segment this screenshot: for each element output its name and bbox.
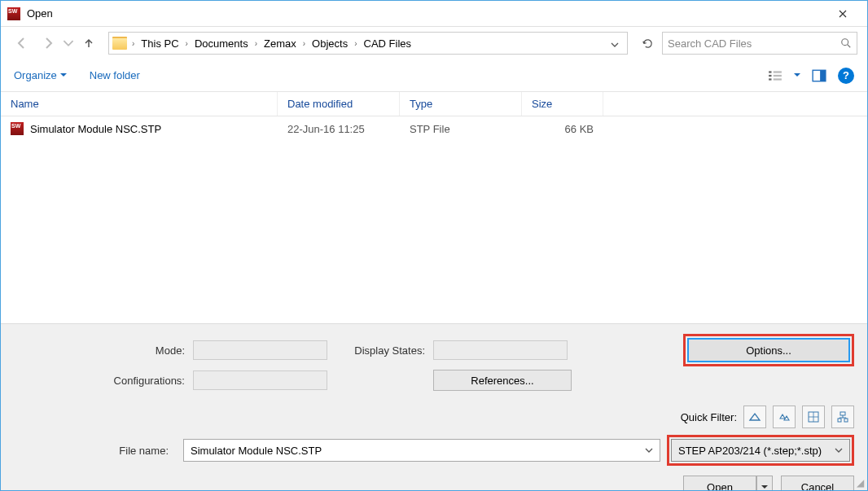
file-icon xyxy=(11,122,24,135)
breadcrumb-item[interactable]: Objects xyxy=(309,37,351,50)
svg-rect-8 xyxy=(820,70,826,81)
chevron-right-icon: › xyxy=(353,39,358,48)
mode-label: Mode: xyxy=(14,344,193,357)
filename-label: File name: xyxy=(14,445,177,457)
refresh-button[interactable] xyxy=(636,32,659,55)
search-input[interactable]: Search CAD Files xyxy=(662,32,857,55)
up-button[interactable] xyxy=(77,32,100,55)
svg-rect-5 xyxy=(769,78,771,80)
displaystates-select xyxy=(433,340,568,360)
svg-rect-3 xyxy=(769,74,771,76)
svg-rect-10 xyxy=(840,412,845,415)
chevron-down-icon[interactable] xyxy=(794,73,800,77)
file-date: 22-Jun-16 11:25 xyxy=(278,123,400,135)
svg-rect-2 xyxy=(774,71,782,72)
preview-pane-button[interactable] xyxy=(812,68,826,83)
navbar: › This PC › Documents › Zemax › Objects … xyxy=(1,27,867,59)
close-button[interactable] xyxy=(824,2,861,26)
filename-input[interactable]: Simulator Module NSC.STP xyxy=(183,439,660,462)
chevron-down-icon[interactable] xyxy=(645,448,653,453)
open-button[interactable]: Open xyxy=(683,476,756,491)
file-list: Simulator Module NSC.STP 22-Jun-16 11:25… xyxy=(1,116,867,296)
quickfilter-toplevel-icon[interactable] xyxy=(831,406,854,428)
filetype-select[interactable]: STEP AP203/214 (*.step;*.stp) xyxy=(671,439,850,462)
svg-rect-6 xyxy=(774,78,782,80)
chevron-down-icon[interactable] xyxy=(606,37,624,50)
col-type[interactable]: Type xyxy=(400,92,522,116)
chevron-down-icon xyxy=(835,448,843,453)
quickfilter-assemblies-icon[interactable] xyxy=(773,406,796,428)
configurations-label: Configurations: xyxy=(14,375,193,387)
file-size: 66 KB xyxy=(522,123,603,135)
breadcrumb-path[interactable]: › This PC › Documents › Zemax › Objects … xyxy=(108,32,628,55)
mode-select xyxy=(193,340,327,360)
breadcrumb-item[interactable]: This PC xyxy=(138,37,182,50)
displaystates-label: Display States: xyxy=(327,344,433,357)
svg-point-0 xyxy=(842,39,848,46)
options-panel: Mode: Display States: Options... Configu… xyxy=(1,323,867,490)
search-icon xyxy=(840,37,852,49)
chevron-right-icon: › xyxy=(130,39,136,48)
chevron-right-icon: › xyxy=(184,39,190,48)
chevron-right-icon: › xyxy=(253,39,259,48)
back-button[interactable] xyxy=(11,32,33,55)
resize-grip-icon[interactable]: ◢ xyxy=(857,477,864,489)
window-title: Open xyxy=(27,7,53,20)
breadcrumb-item[interactable]: CAD Files xyxy=(361,37,415,50)
help-button[interactable]: ? xyxy=(838,68,854,84)
quickfilter-drawings-icon[interactable] xyxy=(802,406,825,428)
svg-rect-1 xyxy=(769,71,771,72)
svg-rect-12 xyxy=(844,419,848,422)
app-icon xyxy=(7,7,20,20)
newfolder-button[interactable]: New folder xyxy=(90,69,140,81)
toolbar: Organize New folder ? xyxy=(1,59,867,92)
breadcrumb-item[interactable]: Documents xyxy=(191,37,252,50)
chevron-right-icon: › xyxy=(301,39,307,48)
open-split-button[interactable] xyxy=(756,476,773,491)
organize-button[interactable]: Organize xyxy=(14,69,67,81)
forward-button[interactable] xyxy=(37,32,59,55)
svg-rect-11 xyxy=(838,419,841,422)
search-placeholder: Search CAD Files xyxy=(668,37,840,50)
view-mode-button[interactable] xyxy=(768,68,783,83)
quickfilter-label: Quick Filter: xyxy=(681,411,737,423)
file-row[interactable]: Simulator Module NSC.STP 22-Jun-16 11:25… xyxy=(1,116,867,141)
highlight-filter: STEP AP203/214 (*.step;*.stp) xyxy=(667,435,854,466)
col-date[interactable]: Date modified xyxy=(278,92,400,116)
titlebar: Open xyxy=(1,1,867,27)
highlight-options: Options... xyxy=(683,334,854,366)
col-size[interactable]: Size xyxy=(522,92,603,116)
col-name[interactable]: Name xyxy=(1,92,278,116)
column-headers: Name Date modified Type Size xyxy=(1,92,867,116)
configurations-select xyxy=(193,370,327,390)
recent-dropdown[interactable] xyxy=(63,32,74,55)
options-button[interactable]: Options... xyxy=(687,338,850,362)
file-type: STP File xyxy=(400,123,522,135)
svg-rect-4 xyxy=(774,74,782,76)
breadcrumb-item[interactable]: Zemax xyxy=(261,37,300,50)
cancel-button[interactable]: Cancel xyxy=(781,476,854,491)
folder-icon xyxy=(112,37,127,50)
references-button[interactable]: References... xyxy=(433,370,572,391)
file-name: Simulator Module NSC.STP xyxy=(30,123,161,135)
quickfilter-parts-icon[interactable] xyxy=(743,406,766,428)
